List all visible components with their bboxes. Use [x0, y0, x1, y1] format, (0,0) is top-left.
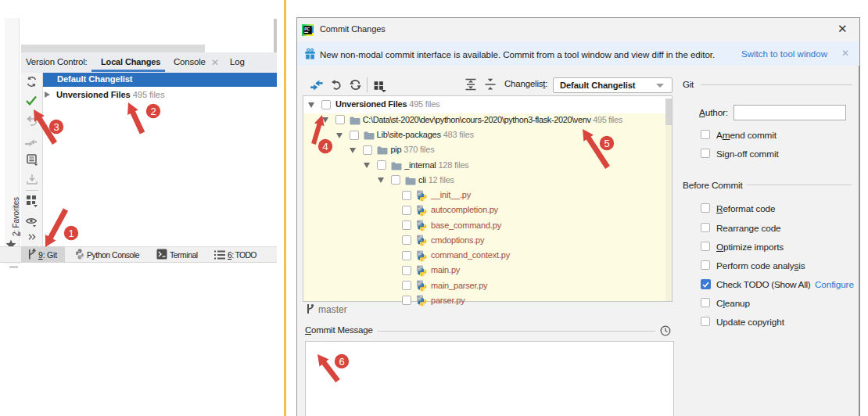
svg-text:1: 1	[68, 228, 74, 239]
svg-text:4: 4	[322, 141, 328, 152]
svg-text:3: 3	[53, 121, 59, 133]
svg-text:6: 6	[339, 356, 344, 368]
svg-text:2: 2	[150, 106, 156, 117]
svg-text:5: 5	[604, 138, 609, 149]
